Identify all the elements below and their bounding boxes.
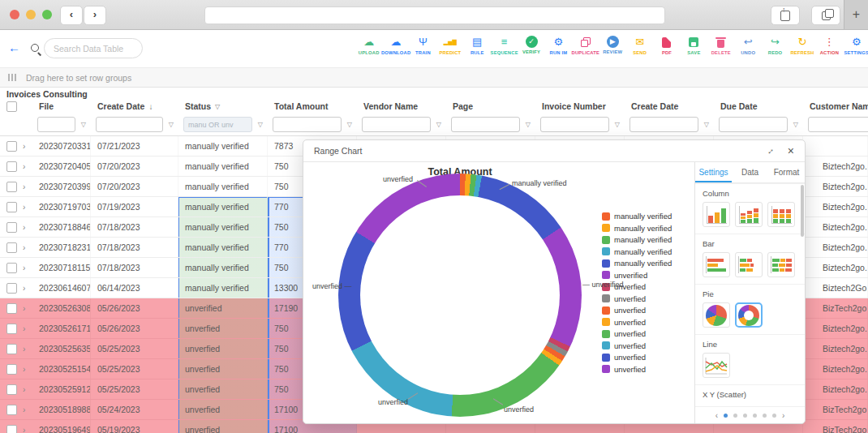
cell-create-date[interactable]: 05/24/2023 [91, 400, 178, 419]
cell-status[interactable]: manually verified [178, 217, 268, 237]
row-expand-icon[interactable]: › [23, 284, 25, 293]
column-header-status[interactable]: Status▽ [178, 101, 268, 111]
row-expand-icon[interactable]: › [23, 426, 25, 433]
legend-item[interactable]: unverfied [602, 294, 672, 303]
funnel-icon[interactable]: ▽ [342, 121, 357, 128]
row-expand-icon[interactable]: › [23, 345, 25, 354]
column-header-customer-name[interactable]: Customer Name [803, 101, 868, 111]
cell-status[interactable]: unverfied [178, 359, 268, 379]
cell-create-date[interactable]: 05/26/2023 [91, 319, 178, 338]
cell-create-date[interactable]: 07/21/2023 [91, 136, 178, 156]
cell-customer-name[interactable]: Biztech2go. I [803, 217, 868, 237]
app-back-button[interactable]: ← [8, 41, 20, 54]
row-select-cell[interactable]: › [0, 400, 32, 419]
toolbar-delete-button[interactable]: DELETE [707, 32, 734, 55]
cell-customer-name[interactable]: Biztech2go. I [803, 197, 868, 216]
row-checkbox[interactable] [6, 303, 17, 314]
cell-create-date[interactable]: 07/18/2023 [91, 217, 178, 237]
row-expand-icon[interactable]: › [23, 385, 25, 394]
legend-item[interactable]: manually verified [602, 224, 672, 233]
filter-input-total-amount[interactable] [273, 117, 342, 132]
toolbar-rule-button[interactable]: ▤RULE [464, 32, 491, 55]
pagination-next-icon[interactable]: › [782, 411, 784, 420]
legend-item[interactable]: unverfied [602, 318, 672, 327]
toolbar-refresh-button[interactable]: ↻REFRESH [789, 32, 815, 55]
row-checkbox[interactable] [6, 263, 17, 273]
funnel-icon[interactable]: ▽ [520, 121, 535, 128]
row-select-cell[interactable]: › [0, 278, 32, 298]
cell-create-date[interactable]: 05/26/2023 [91, 298, 178, 318]
row-select-cell[interactable]: › [0, 258, 32, 277]
row-checkbox[interactable] [6, 182, 17, 192]
funnel-icon[interactable]: ▽ [431, 121, 446, 128]
toolbar-send-button[interactable]: ✉SEND [626, 32, 653, 55]
bar-normalized-thumb[interactable] [767, 252, 795, 277]
toolbar-verify-button[interactable]: ✓VERIFY [518, 32, 544, 55]
row-checkbox[interactable] [6, 405, 17, 415]
bar-grouped-thumb[interactable] [703, 252, 730, 277]
row-expand-icon[interactable]: › [23, 243, 25, 252]
tabs-overview-button[interactable] [811, 6, 840, 25]
row-expand-icon[interactable]: › [23, 203, 25, 212]
doughnut-chart-thumb[interactable] [735, 302, 763, 328]
cell-file[interactable]: 20230526308... [32, 298, 91, 318]
row-expand-icon[interactable]: › [23, 405, 25, 414]
cell-status[interactable]: manually verified [178, 258, 268, 277]
column-normalized-thumb[interactable] [767, 202, 795, 227]
cell-file[interactable]: 20230718231... [32, 238, 91, 257]
row-select-cell[interactable]: › [0, 197, 32, 216]
row-select-cell[interactable]: › [0, 177, 32, 196]
new-tab-button[interactable]: + [844, 0, 868, 29]
panel-scrollbar[interactable] [801, 185, 804, 237]
row-select-cell[interactable]: › [0, 298, 32, 318]
cell-create-date[interactable]: 07/19/2023 [91, 197, 178, 216]
cell-customer-name[interactable]: Biztech2go. I [803, 258, 868, 277]
column-header-due-date[interactable]: Due Date [714, 101, 803, 111]
cell-customer-name[interactable]: Biztech2go. I [803, 177, 868, 196]
row-checkbox[interactable] [6, 283, 17, 294]
row-checkbox[interactable] [6, 344, 17, 354]
row-checkbox[interactable] [6, 222, 17, 233]
tab-format[interactable]: Format [768, 162, 805, 182]
pagination-dot[interactable] [724, 414, 728, 418]
row-expand-icon[interactable]: › [23, 365, 25, 374]
row-expand-icon[interactable]: › [23, 264, 25, 272]
cell-customer-name[interactable] [803, 136, 868, 156]
row-select-cell[interactable]: › [0, 420, 32, 433]
row-expand-icon[interactable]: › [23, 182, 25, 191]
close-icon[interactable]: × [788, 145, 794, 156]
row-checkbox[interactable] [6, 324, 17, 334]
filter-input-page[interactable] [451, 117, 520, 132]
cell-file[interactable]: 20230518988... [32, 400, 91, 419]
cell-create-date[interactable]: 05/19/2023 [91, 420, 178, 433]
funnel-icon[interactable]: ▽ [75, 121, 91, 128]
column-header-create-date[interactable]: Create Date [625, 101, 714, 111]
cell-file[interactable]: 20230525912... [32, 379, 91, 399]
cell-status[interactable]: manually verified [178, 177, 268, 196]
row-checkbox[interactable] [6, 384, 17, 395]
column-stacked-thumb[interactable] [735, 202, 763, 227]
filter-input-create-date[interactable] [96, 117, 163, 132]
cell-create-date[interactable]: 07/18/2023 [91, 258, 178, 277]
column-header-page[interactable]: Page [446, 101, 535, 111]
toolbar-download-button[interactable]: ☁DOWNLOAD [382, 32, 409, 55]
column-grouped-thumb[interactable] [703, 202, 730, 227]
cell-create-date[interactable]: 05/25/2023 [91, 379, 178, 399]
legend-item[interactable]: unverified [602, 271, 672, 280]
filter-input-due-date[interactable] [719, 117, 788, 132]
share-button[interactable] [771, 6, 800, 25]
cell-file[interactable]: 20230720331... [32, 136, 91, 156]
cell-status[interactable]: manually verified [178, 156, 268, 176]
toolbar-save-button[interactable]: SAVE [681, 32, 707, 55]
row-checkbox[interactable] [6, 161, 17, 172]
row-checkbox[interactable] [6, 141, 17, 152]
filter-input-status[interactable] [183, 117, 252, 132]
toolbar-duplicate-button[interactable]: DUPLICATE [572, 32, 599, 55]
column-header-invoice-number[interactable]: Invoice Number [535, 101, 625, 111]
row-expand-icon[interactable]: › [23, 304, 25, 313]
toolbar-upload-button[interactable]: ☁UPLOAD [355, 32, 382, 55]
cell-status[interactable]: manually verified [178, 278, 268, 298]
pagination-dot[interactable] [733, 414, 737, 418]
row-checkbox[interactable] [6, 202, 17, 212]
column-header-total-amount[interactable]: Total Amount [268, 101, 357, 111]
